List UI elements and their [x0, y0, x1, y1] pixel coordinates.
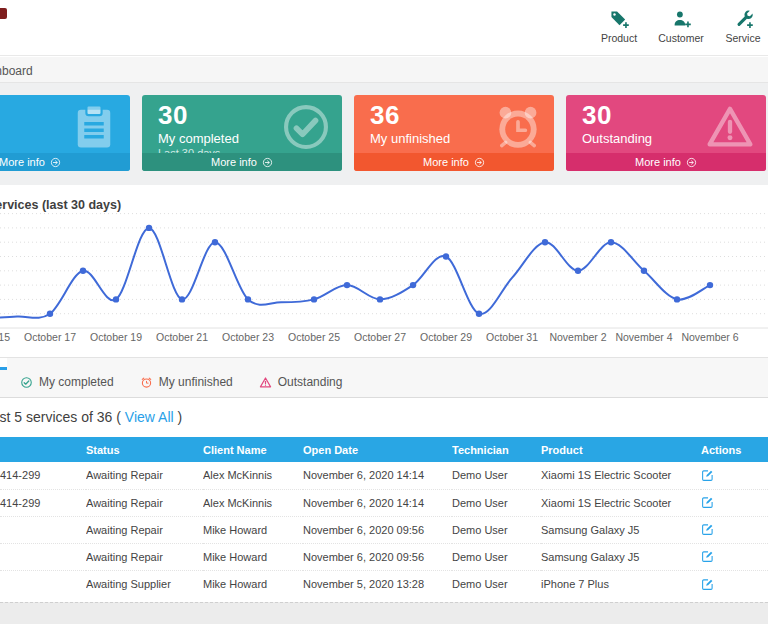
stat-value: 30 [582, 100, 612, 131]
table-cell: November 6, 2020 14:14 [303, 462, 452, 489]
table-cell: Demo User [452, 570, 541, 597]
more-info-button[interactable]: More info [566, 153, 766, 171]
check-circle-icon [280, 101, 332, 153]
col-service-id [0, 437, 86, 462]
tab-label: My unfinished [159, 375, 233, 389]
table-cell: November 6, 2020 09:56 [303, 543, 452, 570]
chart-data-point [245, 296, 251, 302]
table-cell: Mike Howard [203, 570, 303, 597]
view-all-link[interactable]: View All [125, 409, 174, 425]
add-customer-label: Customer [658, 32, 704, 44]
chart-tab-strip: My completed My unfinished Outstanding [0, 357, 768, 398]
table-cell: Demo User [452, 462, 541, 489]
table-cell: Alex McKinnis [203, 462, 303, 489]
chart-title: Services (last 30 days) [0, 198, 121, 212]
warning-triangle-icon [704, 101, 756, 153]
check-circle-icon [20, 376, 33, 389]
tag-plus-icon [609, 9, 630, 30]
edit-icon[interactable] [701, 550, 714, 563]
table-cell: Awaiting Repair [86, 543, 203, 570]
arrow-circle-icon [50, 157, 61, 168]
chart-data-point [707, 282, 713, 288]
table-cell: Awaiting Supplier [86, 570, 203, 597]
chart-data-point [674, 296, 680, 302]
chart-data-point [47, 311, 53, 317]
page-footer [0, 602, 768, 624]
edit-icon[interactable] [701, 496, 714, 509]
table-cell: Demo User [452, 543, 541, 570]
chart-x-tick-label: October 23 [222, 331, 274, 343]
app-logo [0, 8, 7, 19]
arrow-circle-icon [686, 157, 697, 168]
more-info-button[interactable]: More info [0, 153, 130, 171]
alarm-clock-icon [492, 101, 544, 153]
add-customer-button[interactable]: Customer [658, 9, 704, 44]
chart-data-point [641, 268, 647, 274]
edit-icon[interactable] [701, 523, 714, 536]
more-info-button[interactable]: More info [142, 153, 342, 171]
stat-value: 30 [158, 100, 188, 131]
chart-data-point [146, 225, 152, 231]
active-tab-indicator[interactable] [0, 358, 7, 370]
add-product-button[interactable]: Product [596, 9, 642, 44]
actions-cell [701, 516, 768, 543]
tab-label: My completed [39, 375, 114, 389]
breadcrumb: Dashboard [0, 64, 33, 78]
tab-my-completed[interactable]: My completed [20, 375, 114, 389]
stat-label: My completed [158, 131, 239, 146]
more-info-label: More info [423, 156, 469, 168]
chart-data-point [443, 253, 449, 259]
edit-icon[interactable] [701, 469, 714, 482]
chart-x-tick-label: October 25 [288, 331, 340, 343]
col-technician: Technician [452, 437, 541, 462]
warning-triangle-icon [259, 376, 272, 389]
chart-data-point [410, 282, 416, 288]
chart-data-point [212, 239, 218, 245]
alarm-clock-icon [140, 376, 153, 389]
table-cell: November 5, 2020 13:28 [303, 570, 452, 597]
stat-card-my-unfinished: 36 My unfinished More info [354, 95, 554, 171]
col-actions: Actions [701, 437, 768, 462]
col-open-date: Open Date [303, 437, 452, 462]
table-cell: Samsung Galaxy J5 [541, 516, 701, 543]
table-cell: Xiaomi 1S Electric Scooter [541, 462, 701, 489]
table-cell: November 6, 2020 14:14 [303, 489, 452, 516]
table-cell: Demo User [452, 516, 541, 543]
more-info-button[interactable]: More info [354, 153, 554, 171]
table-cell [0, 570, 86, 597]
table-cell: iPhone 7 Plus [541, 570, 701, 597]
top-bar: Product Customer Service [0, 0, 768, 56]
tab-my-unfinished[interactable]: My unfinished [140, 375, 233, 389]
stat-label: My unfinished [370, 131, 450, 146]
table-cell: Samsung Galaxy J5 [541, 543, 701, 570]
service-row: Awaiting RepairMike HowardNovember 6, 20… [0, 516, 768, 543]
chart-data-point [311, 296, 317, 302]
tab-outstanding[interactable]: Outstanding [259, 375, 343, 389]
table-cell: Mike Howard [203, 516, 303, 543]
table-cell [0, 516, 86, 543]
stat-card-outstanding: 30 Outstanding More info [566, 95, 766, 171]
col-client-name: Client Name [203, 437, 303, 462]
chart-x-tick-label: October 21 [156, 331, 208, 343]
edit-icon[interactable] [701, 578, 714, 591]
chart-data-point [575, 268, 581, 274]
stat-card-services: More info [0, 95, 130, 171]
chart-data-point [608, 239, 614, 245]
stat-label: Outstanding [582, 131, 652, 146]
chart-data-point [344, 282, 350, 288]
col-product: Product [541, 437, 701, 462]
table-cell: Mike Howard [203, 543, 303, 570]
table-cell: Awaiting Repair [86, 516, 203, 543]
chart-x-tick-label: November 4 [615, 331, 672, 343]
table-cell: 414-299 [0, 462, 86, 489]
clipboard-icon [68, 101, 120, 153]
table-cell [0, 543, 86, 570]
add-service-button[interactable]: Service [720, 9, 766, 44]
table-cell: 414-299 [0, 489, 86, 516]
services-heading: Last 5 services of 36 ( View All ) [0, 409, 182, 425]
chart-data-point [113, 296, 119, 302]
arrow-circle-icon [262, 157, 273, 168]
services-table: Status Client Name Open Date Technician … [0, 437, 768, 597]
breadcrumb-bar: Dashboard [0, 57, 768, 83]
chart-x-tick-label: October 19 [90, 331, 142, 343]
